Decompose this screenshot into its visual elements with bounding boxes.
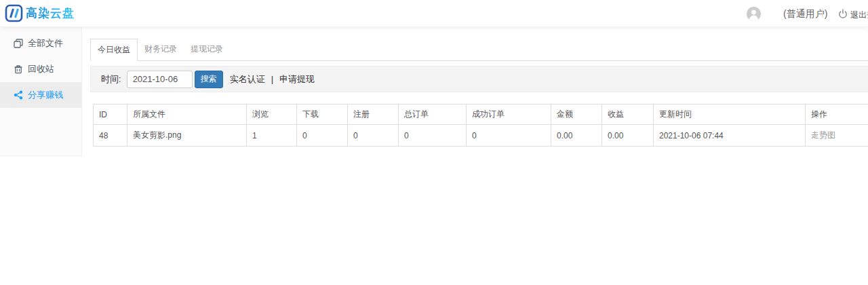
sidebar-item-share-earn[interactable]: 分享赚钱 bbox=[0, 82, 81, 108]
link-separator: | bbox=[271, 74, 273, 84]
cell-views: 1 bbox=[247, 125, 297, 147]
trash-icon bbox=[14, 64, 23, 74]
logo[interactable]: 高染云盘 bbox=[5, 4, 75, 22]
col-success-orders: 成功订单 bbox=[467, 104, 551, 125]
cell-total-orders: 0 bbox=[399, 125, 467, 147]
col-income: 收益 bbox=[602, 104, 654, 125]
col-amount: 金额 bbox=[551, 104, 602, 125]
earnings-table: ID 所属文件 浏览 下载 注册 总订单 成功订单 金额 收益 更新时间 操作 … bbox=[93, 104, 868, 147]
col-total-orders: 总订单 bbox=[399, 104, 467, 125]
files-icon bbox=[14, 39, 23, 48]
user-icon bbox=[747, 7, 761, 21]
col-views: 浏览 bbox=[247, 104, 297, 125]
tab-bar: 今日收益 财务记录 提现记录 bbox=[90, 39, 868, 61]
main-content: 今日收益 财务记录 提现记录 时间: 搜索 实名认证 | 申请提现 ID 所属文… bbox=[90, 27, 868, 147]
col-file: 所属文件 bbox=[127, 104, 247, 125]
sidebar-item-label: 分享赚钱 bbox=[28, 89, 63, 101]
table-header-row: ID 所属文件 浏览 下载 注册 总订单 成功订单 金额 收益 更新时间 操作 bbox=[94, 104, 868, 125]
search-button[interactable]: 搜索 bbox=[195, 71, 223, 88]
cell-updated: 2021-10-06 07:44 bbox=[654, 125, 806, 147]
share-icon bbox=[14, 90, 23, 100]
sidebar: 全部文件 回收站 分享赚钱 bbox=[0, 27, 82, 156]
table-row: 48 美女剪影.png 1 0 0 0 0 0.00 0.00 2021-10-… bbox=[94, 125, 868, 147]
sidebar-item-label: 全部文件 bbox=[28, 37, 63, 50]
cell-registers: 0 bbox=[348, 125, 399, 147]
logo-text: 高染云盘 bbox=[26, 5, 75, 21]
tab-finance-records[interactable]: 财务记录 bbox=[138, 39, 184, 60]
tab-today-income[interactable]: 今日收益 bbox=[90, 39, 138, 61]
sidebar-item-label: 回收站 bbox=[28, 63, 54, 75]
cell-amount: 0.00 bbox=[551, 125, 602, 147]
cell-action: 走势图 bbox=[806, 125, 868, 147]
col-registers: 注册 bbox=[348, 104, 399, 125]
time-label: 时间: bbox=[101, 73, 121, 86]
top-header: 高染云盘 (普通用户) | 退出登录 bbox=[0, 0, 868, 27]
col-downloads: 下载 bbox=[297, 104, 348, 125]
cell-income: 0.00 bbox=[602, 125, 654, 147]
tab-withdraw-records[interactable]: 提现记录 bbox=[184, 39, 230, 60]
col-action: 操作 bbox=[806, 104, 868, 125]
apply-withdraw-link[interactable]: 申请提现 bbox=[279, 73, 315, 86]
logo-icon bbox=[5, 4, 23, 22]
sidebar-item-all-files[interactable]: 全部文件 bbox=[0, 31, 81, 56]
avatar[interactable] bbox=[747, 7, 761, 21]
cell-id: 48 bbox=[94, 125, 127, 147]
cell-file: 美女剪影.png bbox=[127, 125, 247, 147]
sidebar-item-recycle-bin[interactable]: 回收站 bbox=[0, 56, 81, 82]
trend-chart-link[interactable]: 走势图 bbox=[811, 130, 835, 140]
power-icon bbox=[838, 9, 848, 18]
logout-link[interactable]: 退出登录 bbox=[850, 10, 868, 21]
header-divider: | bbox=[821, 7, 824, 18]
cell-success-orders: 0 bbox=[467, 125, 551, 147]
col-updated: 更新时间 bbox=[654, 104, 806, 125]
cell-downloads: 0 bbox=[297, 125, 348, 147]
date-input[interactable] bbox=[127, 71, 193, 88]
filter-bar: 时间: 搜索 实名认证 | 申请提现 bbox=[90, 66, 868, 92]
real-name-auth-link[interactable]: 实名认证 bbox=[230, 73, 265, 86]
col-id: ID bbox=[94, 104, 127, 125]
